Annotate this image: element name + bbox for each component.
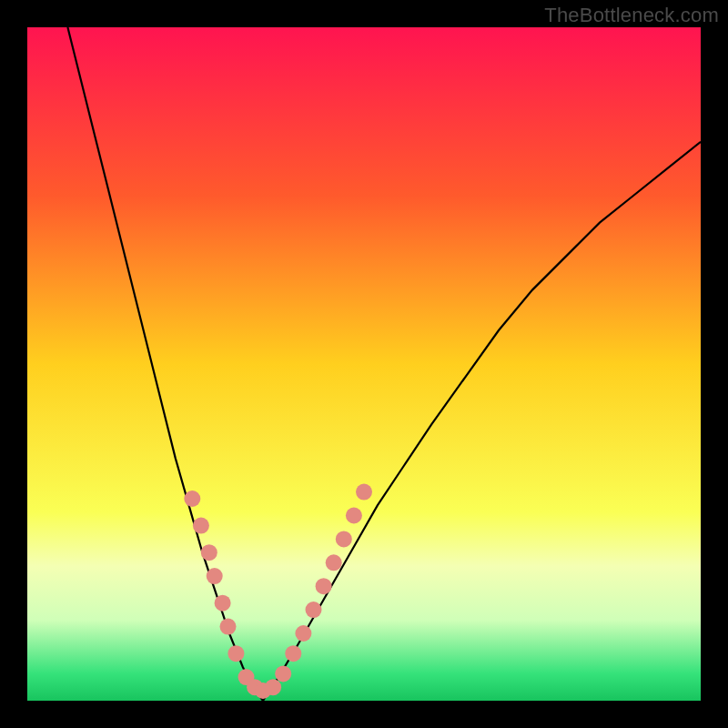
- chart-svg: [27, 27, 701, 701]
- plot-area: [27, 27, 701, 701]
- marker-dot: [295, 625, 311, 642]
- marker-dot: [207, 568, 223, 584]
- marker-dot: [285, 645, 301, 662]
- marker-dot: [184, 490, 200, 507]
- marker-dot: [316, 578, 332, 594]
- marker-dot: [346, 508, 362, 524]
- marker-dot: [220, 619, 237, 635]
- marker-dot: [201, 544, 217, 561]
- marker-dot: [265, 679, 281, 695]
- gradient-background: [27, 27, 701, 701]
- marker-dot: [215, 595, 231, 612]
- chart-frame: TheBottleneck.com: [0, 0, 728, 728]
- marker-dot: [306, 602, 322, 618]
- marker-dot: [275, 665, 291, 682]
- watermark-text: TheBottleneck.com: [544, 4, 719, 27]
- marker-dot: [356, 484, 372, 500]
- marker-dot: [336, 531, 352, 547]
- marker-dot: [326, 554, 342, 571]
- marker-dot: [228, 645, 244, 662]
- marker-dot: [193, 518, 209, 534]
